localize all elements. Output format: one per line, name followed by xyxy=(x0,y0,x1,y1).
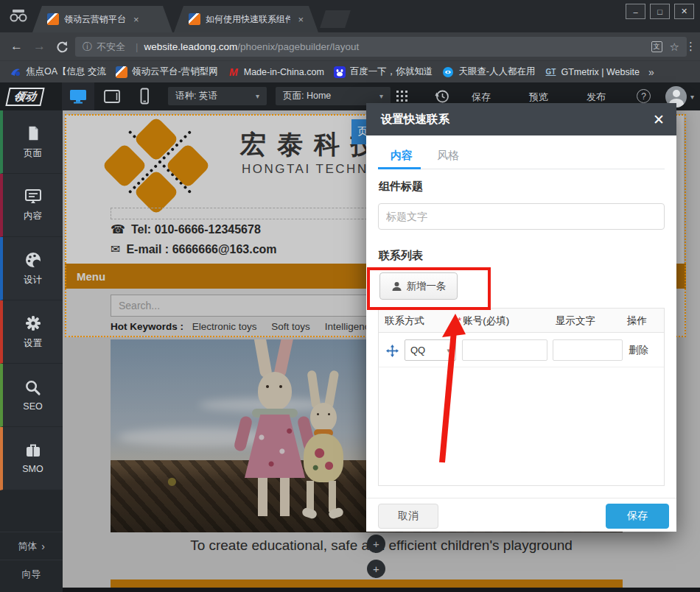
dialog-header: 设置快速联系 ✕ xyxy=(366,103,676,135)
page-icon xyxy=(25,124,41,142)
tab-leadong-platform[interactable]: 领动云营销平台 × xyxy=(32,6,172,32)
sidebar-item-smo[interactable]: SMO xyxy=(0,427,63,490)
refresh-icon[interactable] xyxy=(56,40,69,53)
display-text-input[interactable] xyxy=(553,339,623,361)
page-structure-icon[interactable] xyxy=(396,91,408,102)
caret-down-icon: ▾ xyxy=(379,92,383,100)
security-label: 不安全 xyxy=(97,40,125,54)
browser-menu-icon[interactable]: ⋮ xyxy=(685,40,696,53)
bookmarks-bar: 焦点OA【信息 交流 领动云平台-营销型网 M Made-in-China.co… xyxy=(0,60,700,82)
quick-contact-dialog: 设置快速联系 ✕ 内容 风格 组件标题 联系列表 新增一条 联系方式 *账号(必… xyxy=(366,103,676,532)
save-button[interactable]: 保存 xyxy=(606,504,669,529)
tab-title: 领动云营销平台 xyxy=(64,13,126,26)
delete-row-button[interactable]: 删除 xyxy=(629,344,648,357)
move-icon[interactable] xyxy=(386,345,399,357)
cancel-button[interactable]: 取消 xyxy=(378,504,438,529)
caret-down-icon: ▾ xyxy=(256,92,259,100)
new-tab-button[interactable] xyxy=(320,10,351,28)
url-path: /phoenix/pagebuilder/layout xyxy=(237,41,651,52)
device-mobile-button[interactable] xyxy=(128,82,161,110)
bookmark-tianyancha[interactable]: 天眼查-人人都在用 xyxy=(442,66,535,78)
window-close-button[interactable]: ✕ xyxy=(674,4,694,19)
help-icon[interactable]: ? xyxy=(637,89,651,103)
col-display-text: 显示文字 xyxy=(556,314,595,328)
browser-window: 领动云营销平台 × 如何使用快速联系组件？ × – □ ✕ ← → ⓘ 不安全 … xyxy=(0,0,700,592)
sidebar-item-seo[interactable]: SEO xyxy=(0,364,63,427)
window-maximize-button[interactable]: □ xyxy=(650,4,670,19)
palette-icon xyxy=(24,251,42,269)
info-icon[interactable]: ⓘ xyxy=(83,40,92,54)
back-icon[interactable]: ← xyxy=(10,39,23,54)
sidebar-item-design[interactable]: 设计 xyxy=(0,237,63,300)
tablet-icon xyxy=(103,88,121,105)
language-select[interactable]: 语种: 英语 ▾ xyxy=(168,87,267,105)
bookmark-made-in-china[interactable]: M Made-in-China.com xyxy=(228,66,324,78)
active-tab-underline xyxy=(378,167,421,169)
col-contact-type: 联系方式 xyxy=(385,314,424,328)
tab-help-article[interactable]: 如何使用快速联系组件？ × xyxy=(174,6,318,32)
device-desktop-button[interactable] xyxy=(62,82,94,110)
component-title-input[interactable] xyxy=(378,203,665,230)
forward-icon: → xyxy=(33,39,46,54)
caret-down-icon: ▾ xyxy=(447,347,450,354)
bookmark-leadong[interactable]: 领动云平台-营销型网 xyxy=(116,66,218,78)
sidebar-item-locale[interactable]: 简体 › xyxy=(0,532,63,560)
tab-style[interactable]: 风格 xyxy=(437,149,459,163)
bookmark-jiaodian-oa[interactable]: 焦点OA【信息 交流 xyxy=(10,66,106,78)
contact-row: QQ ▾ 删除 xyxy=(379,333,664,367)
translate-icon[interactable]: 文 xyxy=(651,41,662,52)
address-bar: ← → ⓘ 不安全 | website.leadong.com /phoenix… xyxy=(0,32,700,60)
contact-table-header: 联系方式 *账号(必填) 显示文字 操作 xyxy=(379,309,664,333)
chevron-right-icon: › xyxy=(41,540,45,552)
content-icon xyxy=(24,188,42,205)
jiaodian-favicon xyxy=(10,66,21,78)
publish-button[interactable]: 发布 xyxy=(587,91,606,104)
contact-table: 联系方式 *账号(必填) 显示文字 操作 QQ ▾ 删除 xyxy=(378,308,665,486)
preview-button[interactable]: 预览 xyxy=(529,91,548,104)
bookmark-baidu[interactable]: 百度一下，你就知道 xyxy=(334,66,433,78)
bookmarks-overflow-icon[interactable]: » xyxy=(648,66,654,78)
briefcase-icon xyxy=(24,443,42,459)
tab-content[interactable]: 内容 xyxy=(391,149,413,163)
mic-favicon: M xyxy=(228,66,239,78)
history-icon[interactable] xyxy=(435,89,449,104)
page-bottom-strip xyxy=(63,588,700,592)
tab-close-icon[interactable]: × xyxy=(133,14,139,25)
window-minimize-button[interactable]: – xyxy=(626,4,645,19)
col-account: *账号(必填) xyxy=(458,314,509,328)
bookmark-star-icon[interactable]: ☆ xyxy=(670,40,679,54)
leadong-favicon xyxy=(47,13,59,25)
sidebar-item-settings[interactable]: 设置 xyxy=(0,300,63,364)
baidu-favicon xyxy=(334,66,346,78)
url-field[interactable]: ⓘ 不安全 | website.leadong.com /phoenix/pag… xyxy=(75,37,687,57)
sidebar-item-wizard[interactable]: 向导 xyxy=(0,560,63,588)
browser-titlebar: 领动云营销平台 × 如何使用快速联系组件？ × – □ ✕ xyxy=(0,0,700,32)
sidebar-item-pages[interactable]: 页面 xyxy=(0,110,63,174)
tianyancha-favicon xyxy=(442,66,454,78)
gear-icon xyxy=(24,314,42,332)
dialog-close-icon[interactable]: ✕ xyxy=(653,111,665,128)
col-action: 操作 xyxy=(627,314,647,328)
account-input[interactable] xyxy=(462,339,547,361)
incognito-icon xyxy=(9,9,28,24)
search-icon xyxy=(24,379,41,396)
builder-sidebar: 页面 内容 设计 xyxy=(0,110,63,592)
contact-type-select[interactable]: QQ ▾ xyxy=(405,339,456,361)
contact-list-label: 联系列表 xyxy=(379,249,423,263)
person-icon xyxy=(391,281,402,292)
leadong-favicon xyxy=(116,66,127,78)
mobile-icon xyxy=(136,88,153,105)
component-title-label: 组件标题 xyxy=(379,180,423,194)
leadong-favicon xyxy=(189,13,200,25)
url-domain: website.leadong.com xyxy=(144,41,237,52)
sidebar-item-content[interactable]: 内容 xyxy=(0,174,63,237)
save-button[interactable]: 保存 xyxy=(472,91,491,104)
tab-close-icon[interactable]: × xyxy=(298,14,304,25)
tab-title: 如何使用快速联系组件？ xyxy=(206,13,290,26)
add-contact-button[interactable]: 新增一条 xyxy=(379,272,458,300)
url-divider: | xyxy=(136,41,138,52)
account-caret-icon[interactable]: ▾ xyxy=(690,93,694,101)
leadong-logo: 领动 xyxy=(5,88,44,106)
device-tablet-button[interactable] xyxy=(96,82,128,110)
bookmark-gtmetrix[interactable]: GT GTmetrix | Website xyxy=(545,66,640,78)
